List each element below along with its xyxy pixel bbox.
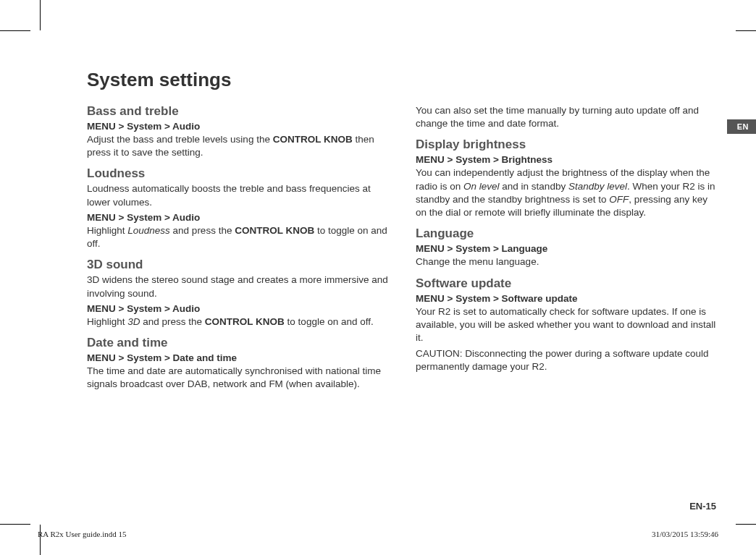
menu-path: MENU > System > Audio	[87, 121, 391, 132]
footer-filename: RA R2x User guide.indd 15	[38, 530, 127, 538]
body-text: CAUTION: Disconnecting the power during …	[416, 347, 720, 373]
body-text: Your R2 is set to automatically check fo…	[416, 305, 720, 345]
menu-path: MENU > System > Software update	[416, 293, 720, 304]
body-text: Loudness automatically boosts the treble…	[87, 182, 391, 208]
footer-timestamp: 31/03/2015 13:59:46	[652, 530, 718, 538]
section-heading-software: Software update	[416, 276, 720, 291]
right-column: You can also set the time manually by tu…	[416, 104, 720, 394]
menu-path: MENU > System > Audio	[87, 303, 391, 314]
body-text: You can also set the time manually by tu…	[416, 104, 720, 130]
section-heading-display: Display brightness	[416, 137, 720, 152]
body-text: Change the menu language.	[416, 255, 720, 268]
page-content: System settings Bass and treble MENU > S…	[0, 0, 756, 555]
columns: Bass and treble MENU > System > Audio Ad…	[87, 104, 723, 394]
left-column: Bass and treble MENU > System > Audio Ad…	[87, 104, 391, 394]
menu-path: MENU > System > Language	[416, 243, 720, 254]
menu-path: MENU > System > Date and time	[87, 352, 391, 363]
language-tab: EN	[727, 119, 756, 134]
body-text: Highlight Loudness and press the CONTROL…	[87, 224, 391, 250]
section-heading-datetime: Date and time	[87, 336, 391, 350]
section-heading-bass: Bass and treble	[87, 104, 391, 119]
section-heading-loudness: Loudness	[87, 166, 391, 181]
body-text: Adjust the bass and treble levels using …	[87, 133, 391, 159]
menu-path: MENU > System > Brightness	[416, 154, 720, 165]
body-text: The time and date are automatically sync…	[87, 365, 391, 391]
menu-path: MENU > System > Audio	[87, 212, 391, 223]
body-text: 3D widens the stereo sound stage and cre…	[87, 274, 391, 300]
section-heading-language: Language	[416, 226, 720, 241]
body-text: Highlight 3D and press the CONTROL KNOB …	[87, 315, 391, 329]
section-heading-3d: 3D sound	[87, 258, 391, 272]
body-text: You can independently adjust the brightn…	[416, 166, 720, 219]
page-number: EN-15	[689, 501, 716, 512]
page-title: System settings	[87, 69, 723, 91]
